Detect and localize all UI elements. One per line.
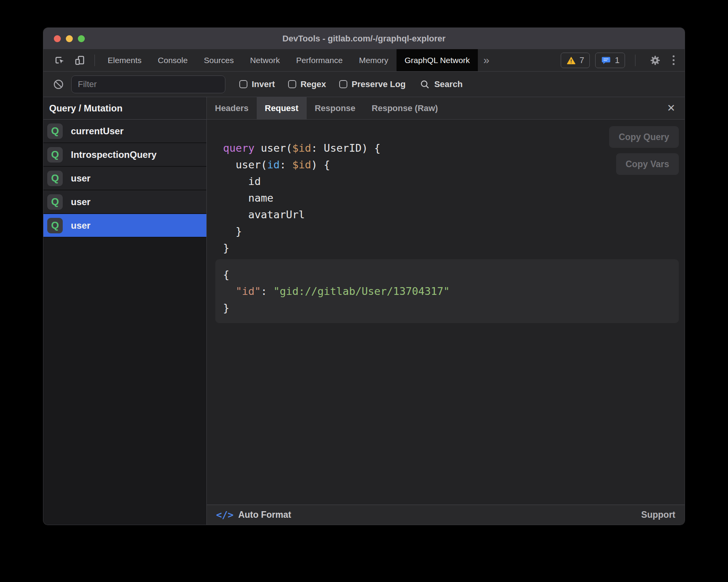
- query-variables-box: { "id": "gid://gitlab/User/13704317"}: [215, 259, 679, 323]
- request-tab-list: HeadersRequestResponseResponse (Raw): [207, 97, 446, 119]
- devtools-window: DevTools - gitlab.com/-/graphql-explorer…: [43, 28, 685, 525]
- variables-line: "id": "gid://gitlab/User/13704317": [223, 283, 671, 300]
- device-toolbar-icon[interactable]: [70, 49, 90, 71]
- checkbox-box-preserve-log[interactable]: [339, 80, 347, 88]
- checkbox-invert[interactable]: Invert: [239, 79, 275, 89]
- query-variables-code: { "id": "gid://gitlab/User/13704317"}: [223, 266, 671, 316]
- tab-graphql-network[interactable]: GraphQL Network: [397, 49, 478, 71]
- sidebar-item-user[interactable]: Quser: [43, 214, 206, 238]
- variables-line: }: [223, 300, 671, 316]
- query-type-badge: Q: [47, 194, 63, 210]
- messages-count: 1: [615, 55, 620, 65]
- messages-badge[interactable]: 1: [595, 53, 625, 68]
- auto-format-button[interactable]: </> Auto Format: [216, 509, 291, 520]
- message-bubble-icon: [601, 55, 611, 66]
- auto-format-label: Auto Format: [238, 510, 291, 520]
- checkbox-regex[interactable]: Regex: [288, 79, 326, 89]
- settings-gear-icon[interactable]: [646, 54, 665, 67]
- tab-headers[interactable]: Headers: [207, 97, 257, 119]
- minimize-window-button[interactable]: [66, 35, 73, 42]
- more-tabs-chevron-icon[interactable]: »: [478, 49, 495, 71]
- warnings-badge[interactable]: 7: [561, 53, 590, 68]
- request-tab-content: Copy Query Copy Vars query user($id: Use…: [207, 120, 685, 505]
- tab-elements[interactable]: Elements: [100, 49, 150, 71]
- query-code-line: avatarUrl: [223, 206, 685, 223]
- query-code-line: }: [223, 240, 685, 256]
- request-detail-panel: HeadersRequestResponseResponse (Raw) ✕ C…: [207, 97, 685, 525]
- query-type-badge: Q: [47, 123, 63, 139]
- query-type-badge: Q: [47, 218, 63, 233]
- tab-sources[interactable]: Sources: [196, 49, 242, 71]
- query-code-line: }: [223, 223, 685, 240]
- tab-request[interactable]: Request: [257, 97, 307, 119]
- devtools-tab-list: ElementsConsoleSourcesNetworkPerformance…: [100, 49, 478, 71]
- search-icon: [419, 79, 430, 90]
- variables-line: {: [223, 266, 671, 283]
- request-tab-bar: HeadersRequestResponseResponse (Raw) ✕: [207, 97, 685, 120]
- checkbox-box-regex[interactable]: [288, 80, 296, 88]
- copy-query-button[interactable]: Copy Query: [609, 126, 679, 148]
- sidebar-item-user[interactable]: Quser: [43, 167, 206, 190]
- panel-footer: </> Auto Format Support: [207, 505, 685, 525]
- sidebar-item-label: user: [71, 197, 91, 207]
- titlebar: DevTools - gitlab.com/-/graphql-explorer: [43, 28, 685, 49]
- query-code-line: name: [223, 190, 685, 206]
- sidebar-item-label: currentUser: [71, 126, 124, 137]
- checkbox-box-invert[interactable]: [239, 80, 247, 88]
- devtools-toolbar: ElementsConsoleSourcesNetworkPerformance…: [43, 49, 685, 72]
- sidebar-item-currentuser[interactable]: QcurrentUser: [43, 120, 206, 143]
- query-list: QcurrentUserQIntrospectionQueryQuserQuse…: [43, 120, 206, 238]
- sidebar-header: Query / Mutation: [43, 97, 206, 120]
- close-panel-icon[interactable]: ✕: [658, 97, 685, 119]
- query-list-sidebar: Query / Mutation QcurrentUserQIntrospect…: [43, 97, 207, 525]
- sidebar-item-label: user: [71, 173, 91, 184]
- sidebar-item-label: user: [71, 220, 91, 231]
- search-button[interactable]: Search: [419, 79, 462, 90]
- inspect-element-icon[interactable]: [50, 49, 70, 71]
- tab-network[interactable]: Network: [242, 49, 288, 71]
- toolbar-divider: [94, 55, 95, 66]
- checkbox-label-invert: Invert: [252, 79, 275, 89]
- tab-memory[interactable]: Memory: [351, 49, 397, 71]
- filter-checkbox-group: InvertRegexPreserve Log: [239, 79, 405, 89]
- query-code-line: id: [223, 173, 685, 190]
- window-title: DevTools - gitlab.com/-/graphql-explorer: [282, 34, 445, 44]
- copy-buttons: Copy Query Copy Vars: [609, 126, 679, 175]
- traffic-lights: [54, 28, 85, 49]
- query-type-badge: Q: [47, 171, 63, 186]
- main-content: Query / Mutation QcurrentUserQIntrospect…: [43, 97, 685, 525]
- warnings-count: 7: [580, 55, 584, 65]
- kebab-menu-icon[interactable]: [670, 53, 677, 67]
- toolbar-right-controls: 7 1: [561, 49, 685, 71]
- tab-performance[interactable]: Performance: [288, 49, 351, 71]
- support-link[interactable]: Support: [641, 510, 675, 520]
- checkbox-preserve-log[interactable]: Preserve Log: [339, 79, 405, 89]
- copy-vars-button[interactable]: Copy Vars: [616, 153, 679, 175]
- code-brackets-icon: </>: [216, 509, 234, 520]
- filter-input[interactable]: [71, 75, 225, 93]
- block-requests-icon[interactable]: [53, 79, 64, 90]
- checkbox-label-regex: Regex: [300, 79, 326, 89]
- tab-console[interactable]: Console: [150, 49, 196, 71]
- warning-triangle-icon: [566, 55, 576, 65]
- query-type-badge: Q: [47, 147, 63, 163]
- checkbox-label-preserve-log: Preserve Log: [352, 79, 405, 89]
- sidebar-item-introspectionquery[interactable]: QIntrospectionQuery: [43, 143, 206, 167]
- tab-response-raw[interactable]: Response (Raw): [364, 97, 446, 119]
- sidebar-item-label: IntrospectionQuery: [71, 149, 156, 160]
- zoom-window-button[interactable]: [78, 35, 85, 42]
- toolbar-divider: [635, 55, 635, 66]
- sidebar-item-user[interactable]: Quser: [43, 190, 206, 214]
- filter-bar: InvertRegexPreserve Log Search: [43, 72, 685, 97]
- search-label: Search: [434, 79, 462, 89]
- close-window-button[interactable]: [54, 35, 61, 42]
- tab-response[interactable]: Response: [307, 97, 364, 119]
